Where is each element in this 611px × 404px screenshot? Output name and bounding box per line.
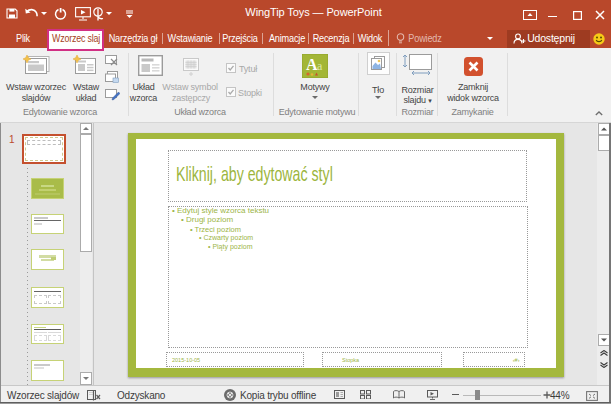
svg-text:a: a xyxy=(317,59,323,73)
